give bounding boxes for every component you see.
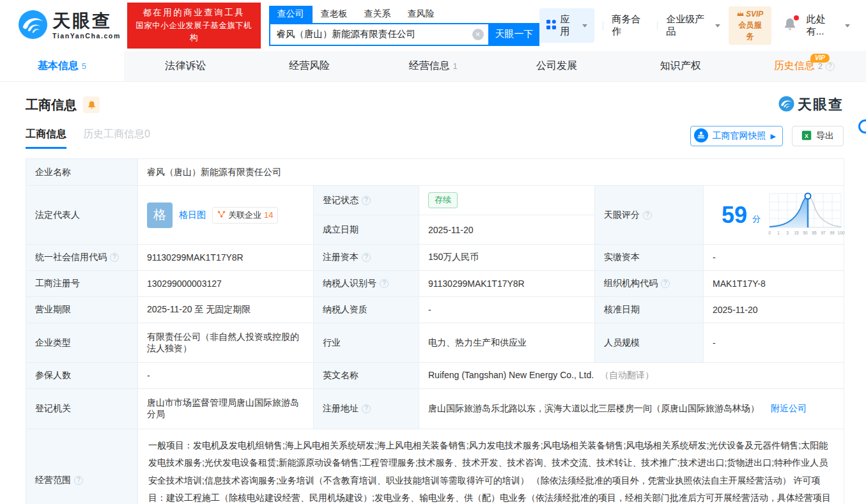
auto-translate-note: （自动翻译）	[600, 370, 654, 380]
reg-address-value: 唐山国际旅游岛乐北路以东，滨海大道以北三层楼房一间（原唐山国际旅游岛林场）	[428, 403, 759, 413]
search-tab-company[interactable]: 查公司	[269, 6, 313, 23]
company-name-value: 睿风（唐山）新能源有限责任公司	[138, 159, 844, 186]
notification-dot	[794, 15, 799, 20]
notification-bell[interactable]	[784, 17, 796, 33]
subtab-business-info[interactable]: 工商信息	[26, 128, 66, 149]
help-icon[interactable]: ?	[661, 279, 670, 288]
chevron-down-icon	[845, 24, 850, 27]
legal-rep-avatar[interactable]: 格	[147, 202, 173, 228]
field-label: 营业期限	[26, 297, 138, 323]
tyc-score-value: 59	[722, 204, 747, 227]
tianyancha-swirl-icon	[18, 10, 48, 42]
subtab-history-business-info[interactable]: 历史工商信息0	[83, 128, 150, 149]
tab-company-development[interactable]: 公司发展	[495, 51, 619, 81]
apps-label: 应用	[561, 13, 578, 38]
vip-badge: VIP	[810, 54, 830, 63]
chevron-down-icon	[582, 24, 587, 27]
tab-legal-proceedings[interactable]: 法律诉讼	[124, 51, 248, 81]
reg-capital-value: 150万人民币	[419, 245, 595, 271]
search-tab-boss[interactable]: 查老板	[313, 6, 356, 23]
credit-code-value: 91130299MAK1T17Y8R	[138, 245, 314, 271]
field-label: 注册资本?	[314, 245, 419, 271]
field-label: 注册地址?	[314, 389, 419, 429]
svg-text:3: 3	[786, 231, 789, 235]
field-label: 统一社会信用代码?	[26, 245, 138, 271]
svg-text:50: 50	[803, 231, 808, 235]
user-account-menu[interactable]: 此处有...	[807, 13, 850, 38]
tab-operating-risk[interactable]: 经营风险	[247, 51, 371, 81]
logo-subtitle: TianYanCha.com	[52, 32, 121, 40]
help-icon[interactable]: ?	[362, 196, 371, 205]
export-button[interactable]: X 导出	[792, 126, 844, 146]
help-icon[interactable]: ?	[110, 253, 119, 262]
main-content: 工商信息 天眼查 工商信息 历史工商信息0	[0, 95, 866, 504]
search-area: 查公司 查老板 查关系 查风险 × 天眼一下	[269, 6, 539, 46]
table-row: 登记机关 唐山市市场监督管理局唐山国际旅游岛分局 注册地址? 唐山国际旅游岛乐北…	[26, 389, 844, 429]
excel-icon: X	[801, 130, 812, 142]
official-snapshot-button[interactable]: 工商官网快照 ▶	[690, 126, 783, 146]
logo-title: 天眼查	[52, 12, 121, 30]
monitor-bell-button[interactable]	[83, 96, 100, 113]
legal-rep-link[interactable]: 格日图	[179, 210, 206, 221]
tab-operating-info[interactable]: 经营信息1	[371, 51, 495, 81]
status-badge: 存续	[428, 192, 458, 208]
search-tab-relation[interactable]: 查关系	[356, 6, 399, 23]
table-row: 工商注册号 130299000003127 纳税人识别号? 91130299MA…	[26, 271, 844, 297]
nav-enterprise-products[interactable]: 企业级产品	[666, 13, 720, 38]
help-icon[interactable]: ?	[362, 253, 371, 262]
tianyancha-swirl-icon	[778, 96, 794, 114]
field-label: 实缴资本	[595, 245, 704, 271]
table-row: 企业类型 有限责任公司（非自然人投资或控股的法人独资） 行业 电力、热力生产和供…	[26, 323, 844, 363]
apps-menu[interactable]: 应用	[539, 8, 595, 43]
search-button[interactable]: 天眼一下	[490, 23, 539, 46]
search-tabs: 查公司 查老板 查关系 查风险	[269, 6, 539, 23]
business-term-value: 2025-11-20 至 无固定期限	[138, 297, 314, 323]
taxpayer-id-value: 91130299MAK1T17Y8R	[419, 271, 595, 297]
clear-icon[interactable]: ×	[472, 29, 484, 40]
svip-member-service[interactable]: SVIP 会员服务	[729, 6, 771, 45]
chevron-down-icon	[715, 24, 720, 27]
tab-basic-info[interactable]: 基本信息5	[0, 51, 124, 81]
arrow-right-icon: ▶	[771, 132, 776, 141]
svg-text:1: 1	[777, 231, 780, 235]
svg-text:97: 97	[821, 231, 826, 235]
field-label: 参保人数	[26, 363, 138, 389]
staff-size-value: -	[704, 323, 844, 363]
related-companies-badge[interactable]: 关联企业 14	[212, 207, 278, 224]
help-icon[interactable]: ?	[380, 279, 389, 288]
network-icon	[217, 210, 226, 220]
field-label: 工商注册号	[26, 271, 138, 297]
svg-text:85: 85	[812, 231, 817, 235]
help-icon[interactable]: ?	[826, 62, 835, 71]
taxpayer-quality-value: -	[419, 297, 595, 323]
field-label: 组织机构代码?	[595, 271, 704, 297]
tab-intellectual-property[interactable]: 知识产权	[619, 51, 743, 81]
insured-count-value: -	[138, 363, 314, 389]
help-icon[interactable]: ?	[643, 211, 652, 220]
help-icon[interactable]: ?	[74, 476, 83, 485]
english-name-value: Ruifeng (Tangshan) New Energy Co., Ltd.	[428, 370, 594, 380]
tab-history-info[interactable]: 历史信息2 ? VIP	[742, 51, 866, 81]
field-label: 行业	[314, 323, 419, 363]
reg-number-value: 130299000003127	[138, 271, 314, 297]
search-input[interactable]	[269, 23, 490, 46]
top-bar: 天眼查 TianYanCha.com 都在用的商业查询工具 国家中小企业发展子基…	[0, 0, 866, 51]
field-label: 成立日期	[314, 215, 419, 245]
field-label: 企业类型	[26, 323, 138, 363]
top-nav: 应用 商务合作 企业级产品 SVIP 会员服务	[539, 6, 851, 45]
help-icon[interactable]: ?	[362, 404, 371, 413]
nearby-companies-link[interactable]: 附近公司	[771, 403, 807, 413]
field-label: 登记状态?	[314, 186, 419, 215]
field-label: 纳税人识别号?	[314, 271, 419, 297]
tianyancha-watermark: 天眼查	[778, 95, 844, 114]
industry-value: 电力、热力生产和供应业	[419, 323, 595, 363]
tianyancha-logo[interactable]: 天眼查 TianYanCha.com	[18, 10, 121, 42]
svg-text:0: 0	[768, 231, 771, 235]
field-label: 登记机关	[26, 389, 138, 429]
search-tab-risk[interactable]: 查风险	[399, 6, 443, 23]
field-label: 英文名称	[314, 363, 419, 389]
nav-business-cooperation[interactable]: 商务合作	[612, 13, 649, 38]
divider	[603, 21, 603, 30]
table-row: 经营范围? 一般项目：发电机及发电机组销售;海上风电相关系统研发;海上风电相关装…	[26, 429, 844, 504]
org-code-value: MAK1T17Y-8	[704, 271, 844, 297]
